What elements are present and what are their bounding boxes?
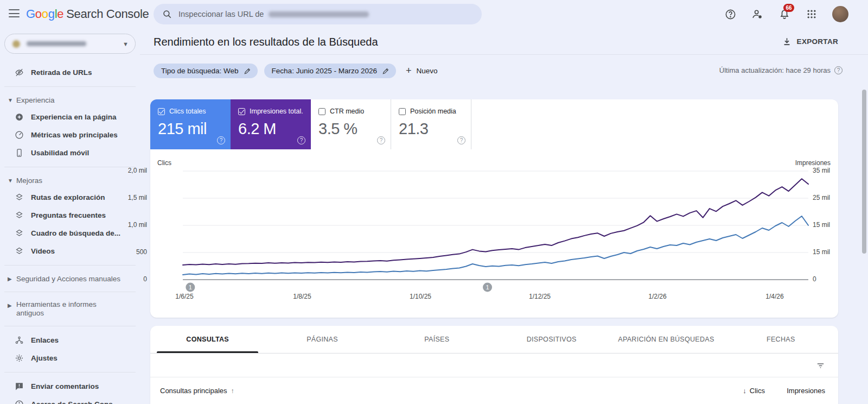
column-header-clicks[interactable]: ↓ Clics: [743, 387, 765, 395]
sidebar-item-label: Usabilidad móvil: [31, 149, 89, 157]
sidebar-item-label: Preguntas frecuentes: [31, 211, 106, 219]
hamburger-menu-icon[interactable]: [9, 9, 20, 18]
metric-card-average-ctr[interactable]: CTR medio 3.5 % ?: [311, 99, 391, 149]
divider: [4, 326, 136, 326]
sidebar-section-enhancements[interactable]: ▼ Mejoras: [0, 172, 140, 188]
apps-grid-icon: [806, 9, 817, 20]
property-selector[interactable]: ▼: [4, 34, 136, 54]
help-icon[interactable]: ?: [377, 136, 385, 144]
metric-value: 3.5 %: [318, 120, 383, 138]
help-icon[interactable]: ?: [297, 136, 305, 144]
metric-label: Clics totales: [169, 108, 206, 115]
sidebar-item-label: Acerca de Search Cons...: [31, 400, 119, 404]
sidebar: ▼ Retirada de URLs ▼ Experiencia Experie…: [0, 28, 140, 404]
rich-result-layers-icon: [15, 211, 24, 220]
help-icon[interactable]: ?: [457, 136, 465, 144]
column-header-queries[interactable]: Consultas principales ↑: [160, 387, 234, 395]
divider: [4, 86, 136, 87]
divider: [4, 292, 136, 292]
tab-fechas[interactable]: FECHAS: [724, 326, 838, 353]
metric-card-total-impressions[interactable]: Impresiones total... 6.2 M ?: [231, 99, 311, 149]
sidebar-item-settings[interactable]: Ajustes: [0, 349, 140, 367]
sidebar-section-experience[interactable]: ▼ Experiencia: [0, 92, 140, 108]
tab-aparicion-en-busquedas[interactable]: APARICIÓN EN BÚSQUEDAS: [609, 326, 723, 353]
notification-count-badge: 66: [783, 4, 794, 12]
sidebar-item-core-web-vitals[interactable]: Métricas web principales: [0, 126, 140, 144]
table-toolbar: [150, 354, 838, 377]
tab-consultas[interactable]: CONSULTAS: [150, 326, 265, 353]
chip-label: Fecha: Junio 2025 - Marzo 2026: [272, 67, 377, 75]
top-app-bar: GoogleSearch Console Inspeccionar las UR…: [0, 0, 868, 28]
sidebar-section-legacy-tools[interactable]: ▶ Herramientas e informes antiguos: [0, 297, 140, 321]
checkbox-unchecked-icon[interactable]: [318, 108, 326, 115]
filter-icon[interactable]: [816, 361, 825, 370]
sidebar-item-feedback[interactable]: Enviar comentarios: [0, 377, 140, 395]
sidebar-item-removals[interactable]: Retirada de URLs: [0, 64, 140, 81]
new-filter-button[interactable]: + Nuevo: [403, 65, 441, 77]
sidebar-item-label: Cuadro de búsqueda de...: [31, 229, 120, 237]
metric-card-total-clicks[interactable]: Clics totales 215 mil ?: [150, 99, 231, 149]
sidebar-item-links[interactable]: Enlaces: [0, 331, 140, 349]
sidebar-item-label: Ajustes: [31, 354, 58, 362]
tab-paginas[interactable]: PÁGINAS: [265, 326, 379, 353]
apps-grid-button[interactable]: [805, 8, 818, 21]
dimension-tabs: CONSULTAS PÁGINAS PAÍSES DISPOSITIVOS AP…: [150, 326, 838, 354]
search-type-filter-chip[interactable]: Tipo de búsqueda: Web: [154, 64, 258, 78]
eye-off-icon: [15, 68, 24, 77]
caret-down-icon: ▼: [8, 97, 16, 103]
feedback-icon: [15, 382, 24, 391]
sidebar-item-label: Videos: [31, 247, 55, 255]
sidebar-item-label: Retirada de URLs: [31, 68, 92, 77]
column-label: Impresiones: [787, 387, 825, 395]
vertical-scrollbar[interactable]: [862, 90, 866, 254]
info-icon: [15, 400, 24, 404]
speedometer-icon: [15, 130, 24, 140]
page-title: Rendimiento en los resultados de la Búsq…: [154, 36, 378, 48]
sidebar-item-about[interactable]: Acerca de Search Cons...: [0, 395, 140, 404]
checkbox-checked-icon[interactable]: [238, 108, 245, 115]
sidebar-item-mobile-usability[interactable]: Usabilidad móvil: [0, 144, 140, 162]
checkbox-checked-icon[interactable]: [158, 108, 165, 115]
section-label: Seguridad y Acciones manuales: [16, 275, 120, 283]
tab-paises[interactable]: PAÍSES: [380, 326, 494, 353]
tab-dispositivos[interactable]: DISPOSITIVOS: [494, 326, 609, 353]
notifications-button[interactable]: 66: [778, 8, 791, 21]
chip-label: Tipo de búsqueda: Web: [161, 67, 239, 75]
sidebar-item-page-experience[interactable]: Experiencia en la página: [0, 108, 140, 126]
redacted-property-url: [27, 41, 86, 46]
url-inspection-search[interactable]: Inspeccionar las URL de: [154, 4, 482, 24]
manage-users-button[interactable]: [751, 8, 764, 21]
sort-descending-icon: ↓: [743, 387, 746, 395]
sidebar-item-label: Enlaces: [31, 336, 59, 344]
table-header-row: Consultas principales ↑ ↓ Clics Impresio…: [150, 377, 838, 404]
last-updated-text: Última actualización: hace 29 horas ?: [719, 66, 843, 74]
export-label: EXPORTAR: [797, 37, 838, 46]
chart-canvas[interactable]: 11: [150, 157, 838, 294]
divider: [4, 372, 136, 373]
help-icon[interactable]: ?: [217, 136, 225, 144]
download-icon: [782, 37, 792, 46]
plus-icon: +: [406, 65, 412, 77]
help-icon[interactable]: ?: [834, 66, 843, 74]
redacted-url: [269, 11, 369, 17]
divider: [140, 54, 868, 55]
checkbox-unchecked-icon[interactable]: [399, 108, 406, 115]
new-filter-label: Nuevo: [417, 67, 438, 75]
caret-right-icon: ▶: [8, 276, 16, 282]
avatar[interactable]: [832, 6, 848, 22]
performance-chart-card: Clics totales 215 mil ? Impresiones tota…: [150, 99, 838, 318]
rich-result-layers-icon: [15, 247, 24, 256]
help-button[interactable]: [724, 8, 737, 21]
date-filter-chip[interactable]: Fecha: Junio 2025 - Marzo 2026: [264, 64, 396, 78]
metric-card-average-position[interactable]: Posición media 21.3 ?: [391, 99, 471, 149]
sort-ascending-icon: ↑: [231, 387, 234, 395]
gear-icon: [15, 354, 24, 363]
metric-label: Posición media: [410, 108, 456, 115]
sidebar-item-label: Rutas de exploración: [31, 193, 105, 201]
column-label: Clics: [750, 387, 765, 395]
export-button[interactable]: EXPORTAR: [782, 37, 838, 46]
column-header-impressions[interactable]: Impresiones: [787, 387, 825, 395]
divider: [4, 265, 136, 266]
svg-text:1: 1: [486, 284, 489, 291]
edit-pencil-icon: [244, 67, 251, 75]
